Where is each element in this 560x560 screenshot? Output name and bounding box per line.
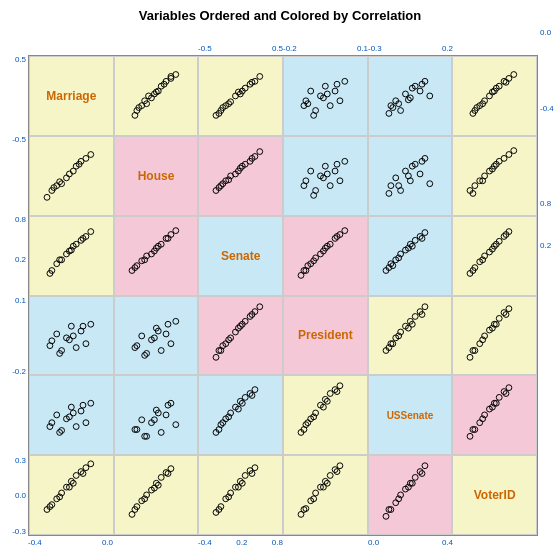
svg-point-305 bbox=[88, 401, 94, 407]
svg-point-120 bbox=[301, 183, 307, 189]
svg-point-333 bbox=[252, 387, 258, 393]
cell-4-3 bbox=[198, 296, 283, 376]
left-axis-r4-b: -0.2 bbox=[12, 367, 26, 376]
svg-point-232 bbox=[88, 321, 94, 327]
svg-point-276 bbox=[422, 303, 428, 309]
left-axis-r4-t: 0.1 bbox=[15, 296, 26, 305]
svg-point-119 bbox=[334, 161, 340, 167]
cell-6-3 bbox=[198, 455, 283, 535]
svg-point-428 bbox=[392, 500, 398, 506]
svg-point-12 bbox=[132, 112, 138, 118]
left-axis-r2-t: -0.5 bbox=[12, 135, 26, 144]
top-axis-c3-r: 0.5 bbox=[272, 44, 283, 53]
svg-point-415 bbox=[313, 490, 319, 496]
svg-point-383 bbox=[88, 461, 94, 467]
left-axis-r6-b: -0.3 bbox=[12, 527, 26, 536]
top-axis-c5-l: -0.3 bbox=[368, 44, 382, 53]
left-axis-r6-t: 0.3 bbox=[15, 456, 26, 465]
svg-point-128 bbox=[417, 171, 423, 177]
svg-point-283 bbox=[467, 354, 473, 360]
svg-point-231 bbox=[83, 340, 89, 346]
svg-point-312 bbox=[138, 417, 144, 423]
bottom-axis-c5-r: 0.4 bbox=[442, 538, 453, 547]
svg-point-117 bbox=[311, 192, 317, 198]
svg-point-112 bbox=[322, 163, 328, 169]
svg-point-235 bbox=[80, 323, 86, 329]
svg-point-34 bbox=[308, 88, 314, 94]
cell-2-1 bbox=[29, 136, 114, 216]
svg-point-113 bbox=[327, 183, 333, 189]
cell-3-3: Senate bbox=[198, 216, 283, 296]
svg-point-236 bbox=[47, 342, 53, 348]
cell-6-2 bbox=[114, 455, 199, 535]
bottom-axis-c1-l: -0.4 bbox=[28, 538, 42, 547]
svg-point-355 bbox=[467, 434, 473, 440]
svg-point-261 bbox=[257, 303, 263, 309]
svg-point-50 bbox=[397, 108, 403, 114]
bottom-axis-c3-r: 0.8 bbox=[272, 538, 283, 547]
svg-point-44 bbox=[334, 81, 340, 87]
cell-5-3 bbox=[198, 375, 283, 455]
svg-point-404 bbox=[243, 473, 249, 479]
top-axis-c4-l: -0.2 bbox=[283, 44, 297, 53]
svg-point-420 bbox=[337, 463, 343, 469]
cell-6-6: VoterID bbox=[452, 455, 537, 535]
svg-point-298 bbox=[54, 412, 60, 418]
cell-6-4 bbox=[283, 455, 368, 535]
svg-point-317 bbox=[163, 412, 169, 418]
svg-point-71 bbox=[511, 72, 517, 78]
svg-point-291 bbox=[506, 305, 512, 311]
cell-1-6 bbox=[452, 56, 537, 136]
cell-1-5 bbox=[368, 56, 453, 136]
chart-container: Variables Ordered and Colored by Correla… bbox=[0, 0, 560, 560]
svg-point-131 bbox=[395, 183, 401, 189]
cell-3-4 bbox=[283, 216, 368, 296]
chart-title: Variables Ordered and Colored by Correla… bbox=[139, 0, 421, 27]
svg-point-40 bbox=[337, 98, 343, 104]
svg-point-245 bbox=[168, 340, 174, 346]
correlation-grid: Marriage bbox=[28, 55, 538, 536]
bottom-axis-c3-l: -0.4 bbox=[198, 538, 212, 547]
svg-point-74 bbox=[503, 79, 509, 85]
svg-point-301 bbox=[68, 405, 74, 411]
svg-point-101 bbox=[257, 149, 263, 155]
cell-5-1 bbox=[29, 375, 114, 455]
svg-point-424 bbox=[301, 507, 307, 513]
label-house: House bbox=[138, 169, 175, 183]
cell-4-1 bbox=[29, 296, 114, 376]
svg-point-363 bbox=[506, 385, 512, 391]
svg-point-76 bbox=[490, 89, 496, 95]
cell-6-5 bbox=[368, 455, 453, 535]
left-axis-r1-t: 0.5 bbox=[15, 55, 26, 64]
svg-point-115 bbox=[337, 178, 343, 184]
cell-5-6 bbox=[452, 375, 537, 455]
label-ussenate: USSenate bbox=[387, 410, 434, 421]
svg-point-244 bbox=[163, 331, 169, 337]
label-marriage: Marriage bbox=[46, 89, 96, 103]
cell-2-6 bbox=[452, 136, 537, 216]
svg-point-426 bbox=[383, 514, 389, 520]
cell-3-5 bbox=[368, 216, 453, 296]
bottom-axis-c3-m: 0.2 bbox=[236, 538, 247, 547]
svg-point-109 bbox=[308, 168, 314, 174]
svg-point-246 bbox=[173, 318, 179, 324]
svg-point-158 bbox=[88, 228, 94, 234]
svg-point-60 bbox=[386, 111, 392, 117]
cell-1-4 bbox=[283, 56, 368, 136]
svg-point-243 bbox=[158, 347, 164, 353]
svg-point-348 bbox=[337, 383, 343, 389]
svg-point-188 bbox=[342, 227, 348, 233]
cell-4-6 bbox=[452, 296, 537, 376]
svg-point-316 bbox=[158, 430, 164, 436]
svg-point-88 bbox=[44, 194, 50, 200]
svg-point-114 bbox=[332, 168, 338, 174]
cell-5-2 bbox=[114, 375, 199, 455]
svg-point-81 bbox=[64, 175, 70, 181]
svg-point-37 bbox=[322, 83, 328, 89]
cell-4-5 bbox=[368, 296, 453, 376]
svg-point-173 bbox=[173, 227, 179, 233]
svg-point-145 bbox=[511, 148, 517, 154]
cell-1-1: Marriage bbox=[29, 56, 114, 136]
svg-point-228 bbox=[68, 323, 74, 329]
svg-point-285 bbox=[477, 340, 483, 346]
